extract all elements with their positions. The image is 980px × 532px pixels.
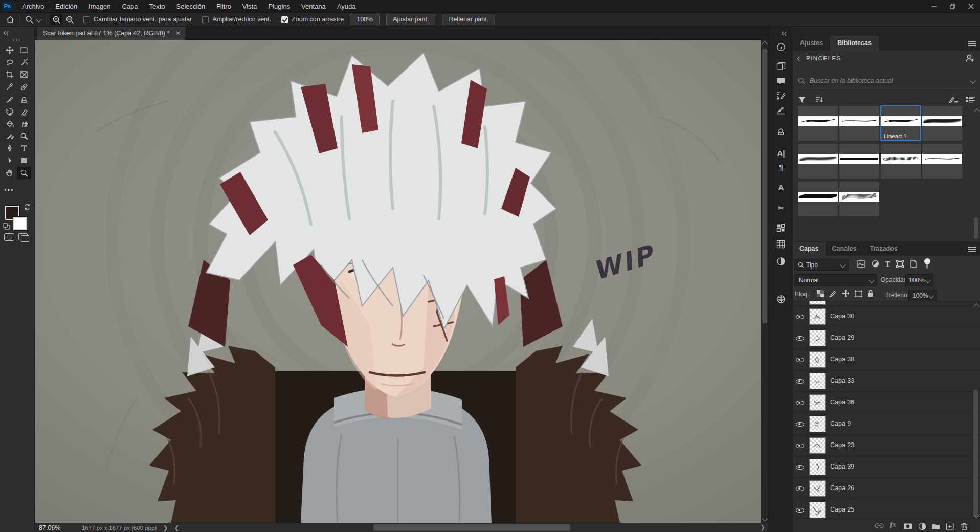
tab-bibliotecas[interactable]: Bibliotecas — [830, 36, 879, 51]
home-icon[interactable] — [4, 14, 16, 25]
glyphs-icon[interactable]: A — [769, 181, 793, 193]
menu-ayuda[interactable]: Ayuda — [331, 1, 362, 12]
gradients-icon[interactable] — [769, 255, 793, 268]
delete-icon[interactable] — [960, 520, 969, 532]
history-brush-tool[interactable] — [3, 105, 17, 118]
default-colors-icon[interactable] — [3, 223, 10, 231]
brushes-scroll-thumb[interactable] — [974, 217, 978, 239]
filter-icon[interactable] — [798, 96, 806, 105]
draw-view-icon[interactable] — [949, 96, 958, 104]
lock-all-icon[interactable] — [867, 290, 874, 299]
horizontal-scroll-thumb[interactable] — [373, 524, 570, 531]
invite-people-icon[interactable] — [965, 54, 975, 64]
layer-filter-select[interactable]: Tipo — [794, 259, 849, 271]
brush-tile[interactable] — [922, 106, 962, 141]
layer-row[interactable]: Capa 29 — [793, 327, 980, 349]
lock-pixels-icon[interactable] — [829, 290, 837, 299]
option-checkbox-1[interactable]: Ampliar/reducir vent. — [202, 16, 271, 23]
brush-tile[interactable] — [922, 144, 962, 179]
healing-brush-tool[interactable] — [17, 81, 31, 93]
layer-row[interactable]: Capa 25 — [793, 499, 980, 519]
collapse-toolbar-icon[interactable] — [3, 30, 9, 37]
brush-tile[interactable] — [881, 144, 921, 179]
visibility-toggle[interactable] — [793, 456, 807, 478]
lock-position-icon[interactable] — [842, 290, 850, 299]
artboard-icon[interactable] — [769, 60, 793, 73]
brush-tile-selected[interactable]: Lineart 1 — [881, 106, 921, 141]
tab-close-icon[interactable]: ✕ — [175, 30, 181, 37]
scroll-right-icon[interactable]: ❯ — [760, 524, 765, 531]
layer-row-partial[interactable] — [793, 301, 980, 306]
brush-tile[interactable] — [839, 182, 879, 216]
filter-type-icon[interactable]: T — [885, 260, 890, 269]
type-tool[interactable] — [17, 142, 31, 154]
dodge-tool[interactable] — [17, 130, 31, 142]
layers-scroll-thumb[interactable] — [973, 390, 978, 517]
layer-row[interactable]: Capa 39 — [793, 456, 980, 478]
menu-archivo[interactable]: Archivo — [16, 1, 50, 12]
shape-tool[interactable] — [17, 154, 31, 167]
background-color-swatch[interactable] — [13, 217, 27, 230]
snapshot-icon[interactable]: ✂ — [769, 202, 793, 214]
brushes-icon[interactable] — [769, 104, 793, 117]
paint-bucket-tool[interactable] — [3, 118, 17, 130]
eyedropper-tool[interactable] — [3, 81, 17, 93]
visibility-toggle[interactable] — [793, 327, 807, 349]
info-icon[interactable] — [769, 41, 793, 53]
search-scope-icon[interactable] — [970, 78, 975, 83]
layer-row[interactable]: Capa 26 — [793, 478, 980, 499]
paragraph-icon[interactable]: ¶ — [769, 161, 793, 173]
option-checkbox-0[interactable]: Cambiar tamaño vent. para ajustar — [83, 16, 192, 23]
tab-trazados[interactable]: Trazados — [863, 242, 904, 256]
color-ball-icon[interactable] — [769, 293, 793, 305]
menu-vista[interactable]: Vista — [237, 1, 263, 12]
crop-tool[interactable] — [3, 69, 17, 81]
layer-row[interactable]: Capa 23 — [793, 435, 980, 456]
minimize-button[interactable] — [925, 0, 943, 13]
frame-tool[interactable] — [17, 69, 31, 81]
lock-artboard-icon[interactable] — [855, 290, 862, 299]
brush-tile[interactable] — [798, 106, 838, 141]
clone-source-icon[interactable] — [769, 125, 793, 138]
filter-shape-icon[interactable] — [896, 260, 904, 269]
canvas[interactable]: WIP — [35, 40, 761, 523]
menu-filtro[interactable]: Filtro — [211, 1, 237, 12]
screen-mode-button[interactable] — [18, 233, 28, 240]
fit-screen-button[interactable]: Ajustar pant. — [386, 14, 435, 25]
vertical-scroll-thumb[interactable] — [762, 49, 767, 324]
filter-toggle[interactable] — [924, 257, 931, 272]
move-tool[interactable] — [3, 44, 17, 56]
layer-mask-icon[interactable] — [903, 520, 912, 532]
fill-screen-button[interactable]: Rellenar pant. — [442, 14, 495, 25]
comment-icon[interactable] — [769, 75, 793, 87]
layers-menu-icon[interactable] — [968, 246, 976, 253]
swatches-icon[interactable] — [769, 222, 793, 234]
edit-toolbar-icon[interactable]: ••• — [4, 186, 14, 194]
link-icon[interactable] — [875, 520, 884, 532]
lasso-tool[interactable] — [3, 56, 17, 69]
zoom-tool[interactable] — [17, 167, 31, 179]
lock-transparency-icon[interactable] — [817, 290, 824, 299]
visibility-toggle[interactable] — [793, 392, 807, 413]
toolbar-grip[interactable] — [0, 39, 34, 41]
visibility-toggle[interactable] — [793, 349, 807, 370]
sort-icon[interactable] — [815, 96, 823, 105]
smudge-tool[interactable] — [17, 118, 31, 130]
tab-canales[interactable]: Canales — [826, 242, 863, 256]
filter-image-icon[interactable] — [857, 260, 865, 269]
restore-button[interactable] — [943, 0, 962, 13]
checkbox-icon[interactable] — [202, 16, 209, 23]
blend-mode-select[interactable]: Normal — [794, 274, 877, 286]
menu-edicion[interactable]: Edición — [50, 1, 83, 12]
tab-capas[interactable]: Capas — [793, 242, 826, 256]
libraries-menu-icon[interactable] — [968, 40, 976, 47]
layers-scroll-down-icon[interactable] — [974, 512, 978, 519]
vertical-scrollbar[interactable] — [761, 40, 768, 523]
hand-tool[interactable] — [3, 167, 17, 179]
scroll-up-icon[interactable] — [761, 40, 768, 48]
layers-scroll-up-icon[interactable] — [974, 303, 978, 310]
opacity-select[interactable]: 100% — [905, 274, 933, 286]
brush-tile[interactable] — [839, 144, 879, 179]
back-icon[interactable] — [798, 55, 801, 62]
zoom-out-button[interactable] — [63, 14, 76, 25]
